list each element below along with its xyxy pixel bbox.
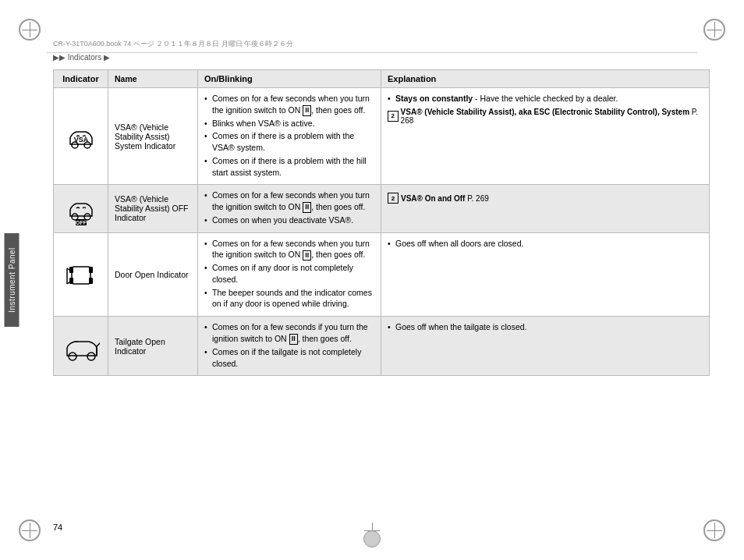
tailgate-open-icon [60,328,101,365]
indicator-icon-cell-tailgate [54,317,108,376]
svg-point-3 [72,214,78,220]
indicators-table: Indicator Name On/Blinking Explanation [53,69,710,376]
crosshair-br [707,523,722,538]
page-number: 74 [53,523,62,532]
vsa-system-ref: 2 VSA® (Vehicle Stability Assist), aka E… [388,108,703,125]
list-item: Comes on if the tailgate is not complete… [204,346,374,369]
door-open-name: Door Open Indicator [108,232,198,317]
list-item: The beeper sounds and the indicator come… [204,287,374,310]
ref-text: VSA® (Vehicle Stability Assist), aka ESC… [401,108,703,125]
ref-icon: 2 [388,111,399,122]
table-row: OFF VSA® (Vehicle Stability Assist) OFF … [54,185,710,232]
list-item: Comes on if any door is not completely c… [204,262,374,285]
vsa-off-explanation: 2 VSA® On and Off P. 269 [381,185,710,232]
svg-rect-9 [89,267,93,273]
breadcrumb: ▶▶ Indicators ▶ [53,53,710,62]
vsa-system-name: VSA® (Vehicle Stability Assist) System I… [108,88,198,185]
sidebar-label: Instrument Panel [5,233,19,327]
vsa-off-icon: OFF [60,190,101,227]
door-open-on-blinking: Comes on for a few seconds when you turn… [198,232,381,317]
list-item: Goes off when the tailgate is closed. [388,321,703,333]
bottom-center-circle [363,530,381,548]
col-header-on: On/Blinking [198,70,381,88]
col-header-indicator: Indicator [54,70,108,88]
ref-text: VSA® On and Off P. 269 [401,194,489,203]
table-header-row: Indicator Name On/Blinking Explanation [54,70,710,88]
vsa-system-explanation: Stays on constantly - Have the vehicle c… [381,88,710,185]
list-item: Comes on for a few seconds if you turn t… [204,321,374,345]
svg-text:VSA: VSA [73,136,88,144]
svg-text:OFF: OFF [76,220,87,225]
vsa-off-ref: 2 VSA® On and Off P. 269 [388,193,703,204]
tailgate-open-on-blinking: Comes on for a few seconds if you turn t… [198,317,381,376]
vsa-off-name: VSA® (Vehicle Stability Assist) OFF Indi… [108,185,198,232]
main-content: ▶▶ Indicators ▶ Indicator Name On/Blinki… [53,53,710,513]
svg-point-12 [69,353,76,360]
list-item: Comes on for a few seconds when you turn… [204,93,374,116]
list-item: Comes on for a few seconds when you turn… [204,190,374,213]
crosshair-bl [22,523,37,538]
table-row: Tailgate Open Indicator Comes on for a f… [54,317,710,376]
indicator-icon-cell-vsa-system: VSA [54,88,108,185]
tailgate-open-name: Tailgate Open Indicator [108,317,198,376]
svg-point-13 [87,353,95,360]
vsa-system-on-blinking: Comes on for a few seconds when you turn… [198,88,381,185]
svg-rect-8 [69,267,73,273]
svg-point-4 [84,214,90,220]
list-item: Stays on constantly - Have the vehicle c… [388,93,703,105]
svg-rect-11 [89,278,93,284]
indicator-icon-cell-door [54,232,108,317]
list-item: Comes on if there is a problem with the … [204,155,374,178]
vsa-off-on-blinking: Comes on for a few seconds when you turn… [198,185,381,232]
indicator-icon-cell-vsa-off: OFF [54,185,108,232]
col-header-explanation: Explanation [381,70,710,88]
list-item: Comes on when you deactivate VSA®. [204,214,374,226]
header-filename: CR-Y-31T0A600.book 74 ページ ２０１１年８月８日 月曜日 … [53,39,293,49]
door-open-icon [60,256,101,293]
ref-icon: 2 [388,193,399,204]
breadcrumb-text: ▶▶ Indicators ▶ [53,53,110,62]
list-item: Goes off when all doors are closed. [388,238,703,250]
table-row: Door Open Indicator Comes on for a few s… [54,232,710,317]
svg-rect-10 [69,278,73,284]
table-row: VSA VSA® (Vehicle Stability Assist) Syst… [54,88,710,185]
list-item: Blinks when VSA® is active. [204,118,374,129]
list-item: Comes on if there is a problem with the … [204,130,374,153]
svg-rect-7 [72,267,90,284]
vsa-system-icon: VSA [60,118,101,155]
col-header-name: Name [108,70,198,88]
page-header: CR-Y-31T0A600.book 74 ページ ２０１１年８月８日 月曜日 … [47,39,697,53]
tailgate-open-explanation: Goes off when the tailgate is closed. [381,317,710,376]
list-item: Comes on for a few seconds when you turn… [204,238,374,261]
crosshair-tr [707,22,722,37]
door-open-explanation: Goes off when all doors are closed. [381,232,710,317]
crosshair-tl [22,22,37,37]
